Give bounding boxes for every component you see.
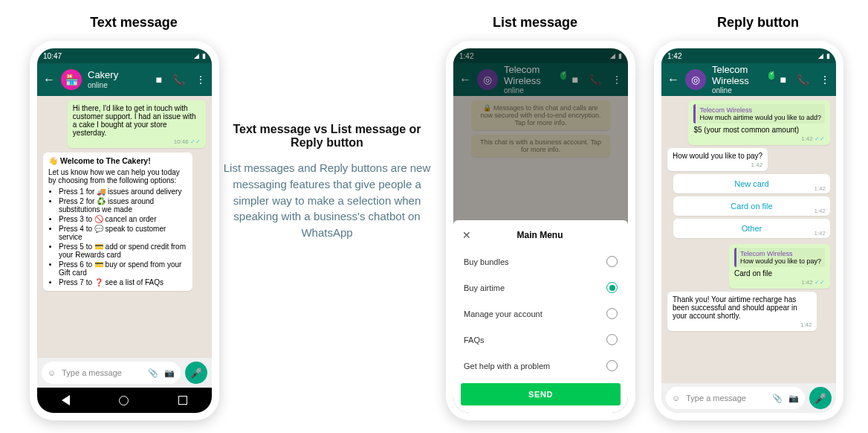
reply-button-label: Other	[742, 224, 762, 233]
message-input[interactable]: ☺ Type a message 📎 📷	[42, 362, 181, 384]
verified-badge-icon	[768, 71, 774, 80]
option-time: 1:42	[814, 208, 826, 214]
welcome-title: 👋 Welcome to The Cakery!	[48, 156, 187, 166]
reply-button-option[interactable]: Other1:42	[673, 219, 830, 238]
title-text-message: Text message	[59, 15, 208, 31]
signal-icon: ◢	[818, 52, 823, 60]
reply-button-label: New card	[734, 179, 768, 188]
message-input[interactable]: ☺ Type a message 📎 📷	[666, 387, 805, 409]
message-input-bar: ☺ Type a message 📎 📷 🎤	[661, 383, 836, 413]
user-message: Hi there, I'd like to get in touch with …	[68, 100, 206, 148]
phone-list-message: 1:42 ◢ ▮ ← ◎ Telecom Wireless online ■ 📞…	[446, 41, 635, 420]
contact-name: Telecom Wireless	[712, 65, 765, 86]
user-message-text: Hi there, I'd like to get in touch with …	[73, 104, 201, 137]
list-option[interactable]: FAQs	[453, 327, 628, 353]
option-time: 1:42	[814, 230, 826, 237]
reply-text: Card on file	[734, 269, 825, 278]
list-option[interactable]: Get help with a problem	[453, 353, 628, 379]
menu-icon[interactable]: ⋮	[195, 74, 206, 86]
voice-call-icon[interactable]: 📞	[797, 74, 809, 86]
welcome-body: Let us know how we can help you today by…	[48, 168, 187, 185]
signal-icon: ◢	[194, 52, 199, 60]
reply-button-option[interactable]: New card1:42	[673, 174, 830, 193]
menu-option: Press 4 to 💬 speak to customer service	[59, 225, 187, 241]
user-reply: Telecom Wireless How much airtime would …	[688, 100, 830, 145]
list-bottom-sheet: ✕ Main Menu Buy bundles Buy airtime Mana…	[453, 220, 628, 413]
attach-icon[interactable]: 📎	[148, 368, 158, 378]
list-option[interactable]: Buy bundles	[453, 248, 628, 275]
read-receipt-icon: ✓✓	[814, 279, 825, 286]
chat-header: ← 🏪 Cakery online ■ 📞 ⋮	[37, 63, 212, 96]
menu-option: Press 5 to 💳 add or spend credit from yo…	[59, 243, 187, 259]
radio-icon	[606, 256, 618, 267]
quoted-text: How much airtime would you like to add?	[699, 114, 821, 121]
send-button[interactable]: SEND	[461, 383, 621, 405]
message-time: 10:46	[174, 138, 189, 145]
menu-option: Press 3 to 🚫 cancel an order	[59, 215, 187, 223]
camera-icon[interactable]: 📷	[164, 368, 175, 378]
radio-icon	[606, 308, 618, 319]
comparison-block: Text message vs List message or Reply bu…	[223, 123, 431, 241]
mic-button[interactable]: 🎤	[809, 387, 832, 409]
business-confirmation: Thank you! Your airtime recharge has bee…	[667, 292, 817, 331]
question-text: How would you like to pay?	[673, 152, 762, 160]
nav-recent-icon[interactable]	[178, 396, 187, 405]
radio-selected-icon	[606, 282, 618, 293]
message-time: 1:42	[801, 135, 813, 142]
video-call-icon[interactable]: ■	[156, 74, 162, 86]
message-time: 1:42	[673, 161, 762, 168]
menu-option: Press 6 to 💳 buy or spend from your Gift…	[59, 260, 187, 277]
mic-button[interactable]: 🎤	[185, 362, 207, 384]
phone-text-message: 10:47 ◢ ▮ ← 🏪 Cakery online ■ 📞 ⋮ Hi the…	[30, 41, 219, 420]
back-icon[interactable]: ←	[667, 73, 679, 86]
status-bar: 1:42 ◢ ▮	[661, 48, 836, 63]
voice-call-icon[interactable]: 📞	[172, 74, 185, 86]
video-call-icon[interactable]: ■	[780, 74, 786, 86]
user-reply: Telecom Wireless How would you like to p…	[729, 244, 830, 289]
list-option-label: Buy airtime	[464, 283, 505, 292]
reply-button-label: Card on file	[731, 202, 772, 211]
camera-icon[interactable]: 📷	[788, 394, 799, 403]
attach-icon[interactable]: 📎	[772, 394, 783, 403]
nav-home-icon[interactable]	[119, 396, 129, 405]
sheet-title: Main Menu	[461, 230, 619, 240]
message-time: 1:42	[801, 279, 813, 286]
input-placeholder: Type a message	[62, 368, 142, 377]
emoji-icon[interactable]: ☺	[48, 368, 56, 377]
read-receipt-icon: ✓✓	[190, 138, 201, 145]
battery-icon: ▮	[826, 52, 830, 60]
list-option[interactable]: Buy airtime	[453, 275, 628, 301]
menu-icon[interactable]: ⋮	[820, 74, 830, 86]
title-list-message: List message	[461, 15, 609, 31]
avatar[interactable]: ◎	[685, 69, 706, 90]
reply-button-option[interactable]: Card on file1:42	[673, 196, 830, 216]
radio-icon	[606, 334, 618, 345]
menu-option: Press 2 for ♻️ issues around substitutio…	[59, 197, 187, 214]
chat-header: ← ◎ Telecom Wireless online ■ 📞 ⋮	[661, 63, 836, 96]
confirmation-text: Thank you! Your airtime recharge has bee…	[673, 295, 812, 320]
radio-icon	[606, 360, 618, 371]
list-option[interactable]: Manage your account	[453, 301, 628, 327]
contact-status: online	[88, 81, 150, 89]
contact-name: Cakery	[88, 70, 150, 80]
back-icon[interactable]: ←	[43, 73, 55, 86]
emoji-icon[interactable]: ☺	[672, 394, 680, 402]
quoted-text: How would you like to pay?	[740, 257, 821, 265]
list-option-label: Buy bundles	[464, 257, 509, 266]
phone-reply-button: 1:42 ◢ ▮ ← ◎ Telecom Wireless online ■ 📞…	[654, 41, 843, 420]
title-reply-button: Reply button	[684, 15, 832, 31]
quoted-sender: Telecom Wireless	[740, 250, 821, 257]
battery-icon: ▮	[202, 52, 206, 60]
nav-back-icon[interactable]	[62, 395, 70, 405]
quoted-sender: Telecom Wireless	[699, 106, 821, 114]
input-placeholder: Type a message	[686, 394, 766, 402]
android-nav-bar	[37, 388, 212, 413]
read-receipt-icon: ✓✓	[814, 135, 825, 142]
comparison-heading: Text message vs List message or Reply bu…	[223, 123, 431, 150]
business-welcome-message: 👋 Welcome to The Cakery! Let us know how…	[43, 153, 192, 291]
menu-option: Press 1 for 🚚 issues around delivery	[59, 187, 187, 196]
list-option-label: FAQs	[464, 336, 485, 344]
status-time: 10:47	[43, 52, 62, 60]
menu-option: Press 7 to ❓ see a list of FAQs	[59, 278, 187, 286]
avatar[interactable]: 🏪	[61, 69, 82, 90]
